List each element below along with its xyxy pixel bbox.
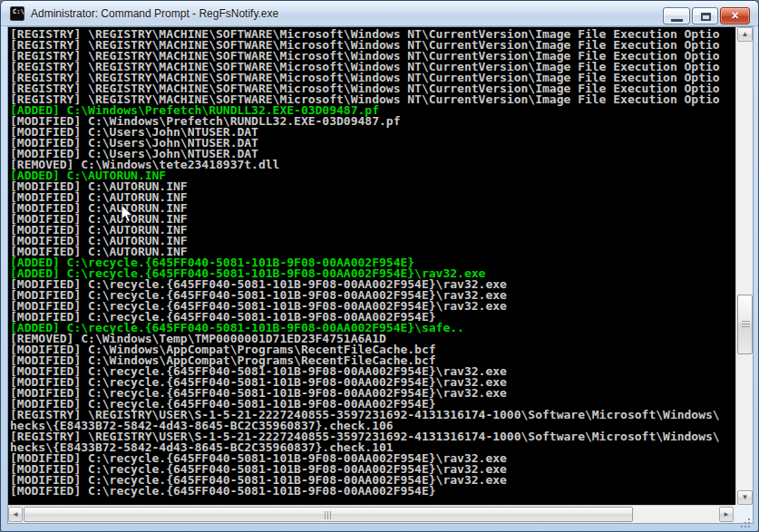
scroll-down-button[interactable]: ▼ [737, 490, 753, 505]
minimize-icon [671, 19, 683, 22]
command-prompt-window: C:\ Administrator: Command Prompt - RegF… [0, 0, 759, 532]
vertical-scrollbar[interactable]: ▲ ▼ [735, 27, 753, 505]
resize-grip-icon [748, 518, 750, 520]
scroll-up-button[interactable]: ▲ [737, 27, 753, 42]
mouse-cursor-icon [121, 204, 133, 224]
thumb-grip-icon [742, 321, 750, 328]
console-line: [MODIFIED] C:\recycle.{645FF040-5081-101… [10, 486, 734, 497]
console-output: [REGISTRY] \REGISTRY\MACHINE\SOFTWARE\Mi… [8, 27, 734, 505]
resize-grip[interactable] [734, 505, 753, 523]
console-client-area: [REGISTRY] \REGISTRY\MACHINE\SOFTWARE\Mi… [7, 26, 754, 524]
title-bar[interactable]: C:\ Administrator: Command Prompt - RegF… [1, 1, 758, 26]
maximize-button[interactable] [692, 7, 718, 24]
window-controls: × [661, 7, 750, 24]
cmd-icon: C:\ [10, 6, 24, 21]
minimize-button[interactable] [663, 7, 690, 24]
close-icon: × [721, 8, 749, 23]
close-button[interactable]: × [720, 7, 750, 24]
scroll-right-button[interactable]: ► [719, 507, 734, 522]
horizontal-scrollbar-thumb[interactable] [24, 507, 633, 522]
scroll-left-button[interactable]: ◄ [8, 507, 23, 522]
window-title: Administrator: Command Prompt - RegFsNot… [31, 7, 278, 20]
maximize-icon [701, 13, 711, 21]
vertical-scrollbar-thumb[interactable] [737, 295, 753, 354]
horizontal-scrollbar[interactable]: ◄ ► [8, 505, 734, 523]
thumb-grip-icon [325, 511, 332, 519]
